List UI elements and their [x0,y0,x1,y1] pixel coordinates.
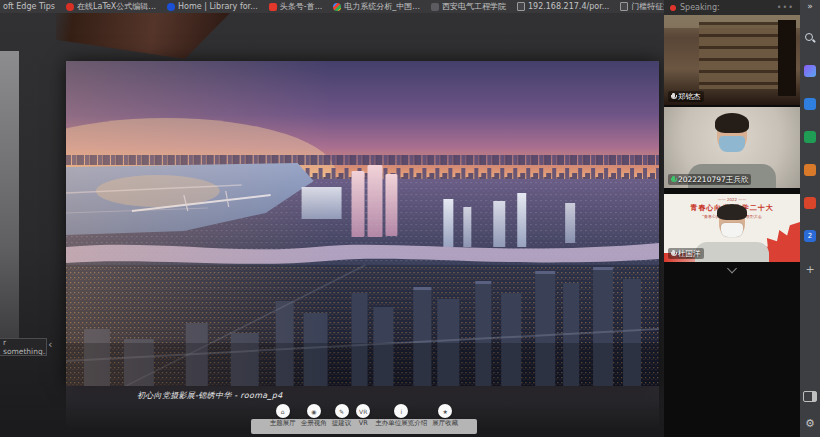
favorite-icon: ★ [438,404,452,418]
screen: oft Edge Tips 在线LaTeX公式编辑... Home | Libr… [0,0,820,437]
favicon-icon [333,3,341,11]
hall-icon: ⌂ [276,404,290,418]
speaking-label: Speaking: [680,3,773,12]
bookmark-item[interactable]: 西安电气工程学院 [431,1,506,12]
bookmark-label: 在线LaTeX公式编辑... [77,1,156,12]
photo-vignette [66,343,659,386]
bookmarks-bar: oft Edge Tips 在线LaTeX公式编辑... Home | Libr… [0,0,670,13]
bookmark-label: 电力系统分析_中国... [344,1,420,12]
participant-name: 2022210797王兵欣 [678,174,748,185]
bookmark-item[interactable]: 192.168.217.4/por... [517,2,609,11]
collections-icon[interactable] [804,164,816,176]
hall-button[interactable]: ⌂ 主题展厅 [270,404,296,428]
favicon-icon [517,2,525,11]
shopping-icon[interactable] [804,131,816,143]
add-icon[interactable]: + [804,263,816,275]
exhibition-toolbar: ⌂ 主题展厅 ◉ 全景视角 ✎ 提建议 VR VR i 主办单位展览介绍 [251,404,477,435]
exhibition-scene: 初心向党摄影展-锦绣中华 - rooma_p4 r something... ‹… [0,13,664,437]
banner-top-line: —— 2022 —— [664,197,800,202]
edge-sidebar: » 2 + ⚙ [800,0,820,437]
participant-name-tag: 杜国洋 [668,248,704,259]
participant-video-2[interactable]: 2022210797王兵欣 [664,107,800,188]
bookmark-label: oft Edge Tips [3,2,55,11]
info-icon: i [394,404,408,418]
bookmark-item[interactable]: 门槛特征文参考资... [620,1,670,12]
chevron-down-icon[interactable] [727,264,737,274]
participant-figure [719,206,745,237]
sidebar-panel-icon[interactable] [803,391,817,402]
search-input-text: r something... [3,338,47,356]
settings-gear-icon[interactable]: ⚙ [805,418,815,429]
suggest-button[interactable]: ✎ 提建议 [332,404,352,428]
bookmark-label: Home | Library for... [178,2,258,11]
meeting-header: Speaking: ••• [664,0,800,15]
copilot-icon[interactable] [804,65,816,77]
favicon-icon [269,3,277,11]
participant-figure [717,116,747,152]
panorama-button[interactable]: ◉ 全景视角 [301,404,327,428]
bookmark-item[interactable]: oft Edge Tips [3,2,55,11]
more-menu-icon[interactable]: ••• [777,3,794,12]
bookmark-label: 192.168.217.4/por... [528,2,609,11]
photo-warm-haze [66,61,659,386]
face-mask [719,136,745,152]
organizer-info-button[interactable]: i 主办单位展览介绍 [375,404,427,428]
participant-name: 杜国洋 [678,248,701,259]
mic-icon [671,250,676,258]
exhibition-photo [66,61,659,386]
ceiling-beam [56,13,230,59]
search-input[interactable]: r something... [0,338,47,356]
search-icon[interactable] [804,32,816,44]
photo-caption: 初心向党摄影展-锦绣中华 - rooma_p4 [137,390,283,401]
favicon-icon [620,2,628,11]
panorama-icon: ◉ [307,404,321,418]
suggest-icon: ✎ [335,404,349,418]
bookmark-item[interactable]: 电力系统分析_中国... [333,1,420,12]
vr-icon: VR [356,404,370,418]
participant-name-tag: 郑铭杰 [668,91,704,102]
bookmark-item[interactable]: 头条号-首... [269,1,323,12]
games-icon[interactable] [804,197,816,209]
favorite-button[interactable]: ★ 展厅收藏 [432,404,458,428]
bookmark-item[interactable]: 在线LaTeX公式编辑... [66,1,156,12]
bookmark-label: 头条号-首... [280,1,323,12]
notebook-icon[interactable]: 2 [804,230,816,242]
favicon-icon [167,3,175,11]
mic-active-icon [671,176,676,184]
bookmark-item[interactable]: Home | Library for... [167,2,258,11]
chat-icon[interactable] [804,98,816,110]
vr-button[interactable]: VR VR [356,404,370,428]
face-mask [721,223,743,237]
participant-name: 郑铭杰 [678,91,701,102]
chevron-left-icon[interactable]: ‹ [48,338,52,351]
speaking-indicator-icon [670,5,676,11]
mic-icon [671,93,676,101]
favicon-icon [66,3,74,11]
participant-video-3[interactable]: —— 2022 —— 青春心向党 共学二十大 “青春心向党”主题学习暨表彰大会 … [664,194,800,262]
meeting-panel: Speaking: ••• 郑铭杰 2022210797王兵欣 —— 2022 … [664,0,800,437]
bookmarks-overflow-icon[interactable]: » [807,1,813,11]
left-wall [0,51,19,349]
favicon-icon [431,3,439,11]
bookmark-label: 西安电气工程学院 [442,1,506,12]
bookshelf [699,22,778,89]
participant-name-tag: 2022210797王兵欣 [668,174,751,185]
participant-video-1[interactable]: 郑铭杰 [664,15,800,105]
